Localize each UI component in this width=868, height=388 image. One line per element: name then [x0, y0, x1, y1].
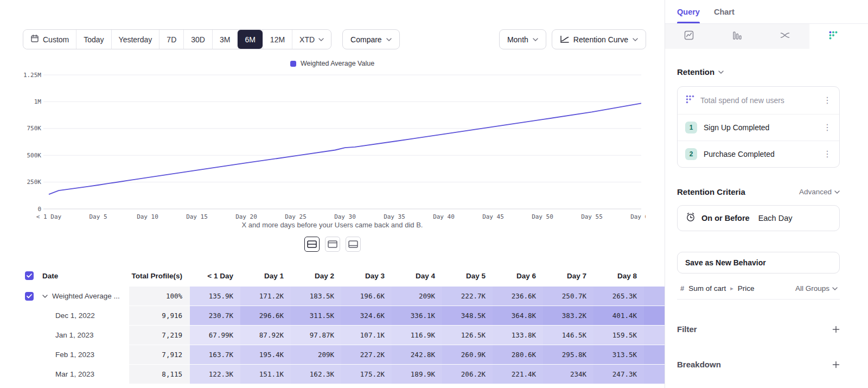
range-3m[interactable]: 3M — [212, 30, 237, 49]
value-cell: 383.2K — [543, 306, 593, 325]
row-check-cell — [0, 345, 42, 364]
add-filter-button[interactable] — [832, 326, 840, 333]
report-type-insights[interactable] — [665, 24, 713, 49]
table-row: Feb 1, 20237,912163.7K195.4K209K227.2K24… — [0, 345, 665, 364]
value-cell: 265.3K — [593, 287, 644, 306]
svg-text:< 1 Day: < 1 Day — [36, 213, 62, 220]
svg-text:Day 5: Day 5 — [89, 213, 107, 220]
behavior-step-1[interactable]: 1 Sign Up Completed ⋮ — [678, 114, 839, 141]
add-breakdown-button[interactable] — [832, 361, 840, 368]
retention-chart: 0250K500K750K1M1.25M< 1 DayDay 5Day 10Da… — [16, 68, 665, 230]
chart-type-button[interactable]: Retention Curve — [552, 29, 646, 49]
kebab-menu-icon[interactable]: ⋮ — [823, 123, 832, 132]
profiles-cell: 8,115 — [129, 365, 190, 384]
value-cell: 189.9K — [392, 365, 442, 384]
range-30d[interactable]: 30D — [183, 30, 212, 49]
sliver-cell — [644, 287, 665, 306]
svg-text:1M: 1M — [34, 98, 42, 105]
insights-icon — [684, 30, 694, 43]
row-label: Dec 1, 2022 — [55, 311, 95, 320]
tab-query[interactable]: Query — [677, 0, 700, 23]
column-header-day-1: Day 1 — [240, 265, 291, 287]
view-toggles — [0, 237, 665, 252]
range-label: Today — [84, 35, 104, 44]
svg-text:Day 20: Day 20 — [235, 213, 257, 220]
save-behavior-button[interactable]: Save as New Behavior — [677, 252, 840, 273]
profiles-cell: 7,219 — [129, 326, 190, 345]
select-all-checkbox[interactable] — [25, 271, 34, 280]
row-checkbox[interactable] — [25, 292, 34, 301]
value-cell: 227.2K — [341, 345, 392, 364]
measure-row[interactable]: # Sum of cart ▸ Price All Groups — [677, 279, 840, 300]
retention-icon — [828, 30, 839, 43]
calendar-icon — [30, 34, 39, 44]
timing-card[interactable]: On or Before Each Day — [677, 205, 840, 231]
kebab-menu-icon[interactable]: ⋮ — [823, 96, 832, 105]
retention-section-heading[interactable]: Retention — [677, 67, 840, 77]
compare-button[interactable]: Compare — [342, 29, 400, 49]
value-cell: 221.4K — [493, 365, 543, 384]
report-type-funnels[interactable] — [713, 24, 762, 49]
header-sliver — [644, 265, 665, 287]
report-type-flows[interactable] — [761, 24, 809, 49]
column-header-day-3: Day 3 — [341, 265, 392, 287]
value-cell: 311.5K — [291, 306, 341, 325]
svg-text:Day 50: Day 50 — [532, 213, 553, 220]
range-label: 30D — [191, 35, 205, 44]
value-cell: 236.6K — [493, 287, 543, 306]
date-range-group: CustomTodayYesterday7D30D3M6M12MXTD — [23, 29, 331, 49]
report-type-tabs — [665, 24, 857, 49]
report-main: CustomTodayYesterday7D30D3M6M12MXTD Comp… — [0, 0, 665, 388]
value-cell: 171.2K — [240, 287, 291, 306]
breakdown-label: Breakdown — [677, 360, 721, 369]
range-xtd[interactable]: XTD — [292, 30, 331, 49]
advanced-dropdown[interactable]: Advanced — [799, 188, 840, 196]
range-label: XTD — [299, 35, 315, 44]
kebab-menu-icon[interactable]: ⋮ — [823, 150, 832, 158]
tab-chart[interactable]: Chart — [714, 0, 735, 23]
app: CustomTodayYesterday7D30D3M6M12MXTD Comp… — [0, 0, 868, 388]
value-cell: 196.6K — [341, 287, 392, 306]
range-12m[interactable]: 12M — [263, 30, 292, 49]
step-number-badge: 2 — [685, 148, 697, 160]
svg-text:Day 25: Day 25 — [285, 213, 307, 220]
expand-chevron-icon[interactable] — [42, 295, 48, 298]
row-label: Mar 1, 2023 — [55, 370, 94, 378]
svg-text:Day 15: Day 15 — [186, 213, 208, 220]
chevron-down-icon — [386, 38, 392, 41]
report-type-retention[interactable] — [809, 24, 858, 49]
all-groups-dropdown[interactable]: All Groups — [795, 284, 838, 292]
value-cell: 234K — [543, 365, 593, 384]
row-label-cell: Mar 1, 2023 — [42, 365, 129, 384]
row-label: Jan 1, 2023 — [55, 331, 94, 339]
range-today[interactable]: Today — [76, 30, 111, 49]
column-header-day-2: Day 2 — [291, 265, 341, 287]
filter-section: Filter — [677, 325, 840, 334]
number-property-icon: # — [680, 284, 684, 292]
view-toggle-split[interactable] — [304, 237, 320, 252]
header-check-cell — [0, 265, 42, 287]
range-custom[interactable]: Custom — [23, 30, 76, 49]
behavior-step-2[interactable]: 2 Purchase Completed ⋮ — [678, 141, 839, 167]
granularity-label: Month — [507, 35, 528, 44]
retention-table: DateTotal Profile(s)< 1 DayDay 1Day 2Day… — [0, 265, 665, 384]
table-row: Weighted Average ...100%135.9K171.2K183.… — [0, 287, 665, 306]
behavior-card: Total spend of new users ⋮ 1 Sign Up Com… — [677, 86, 840, 168]
granularity-button[interactable]: Month — [499, 29, 546, 49]
value-cell: 348.5K — [442, 306, 493, 325]
step-number-badge: 1 — [685, 122, 697, 133]
value-cell: 313.5K — [593, 345, 644, 364]
range-7d[interactable]: 7D — [159, 30, 183, 49]
value-cell: 222.7K — [442, 287, 493, 306]
range-yesterday[interactable]: Yesterday — [111, 30, 159, 49]
range-6m[interactable]: 6M — [237, 30, 262, 49]
sidebar-body: Retention Total spend of new users ⋮ — [665, 67, 868, 369]
view-toggle-chart[interactable] — [325, 237, 340, 252]
table-header-row: DateTotal Profile(s)< 1 DayDay 1Day 2Day… — [0, 265, 665, 287]
view-toggle-table[interactable] — [346, 237, 361, 252]
column-header-day-7: Day 7 — [543, 265, 593, 287]
row-label: Weighted Average ... — [52, 292, 120, 300]
chart-type-label: Retention Curve — [573, 35, 628, 44]
range-label: Custom — [43, 35, 69, 44]
svg-text:Day 30: Day 30 — [334, 213, 356, 220]
